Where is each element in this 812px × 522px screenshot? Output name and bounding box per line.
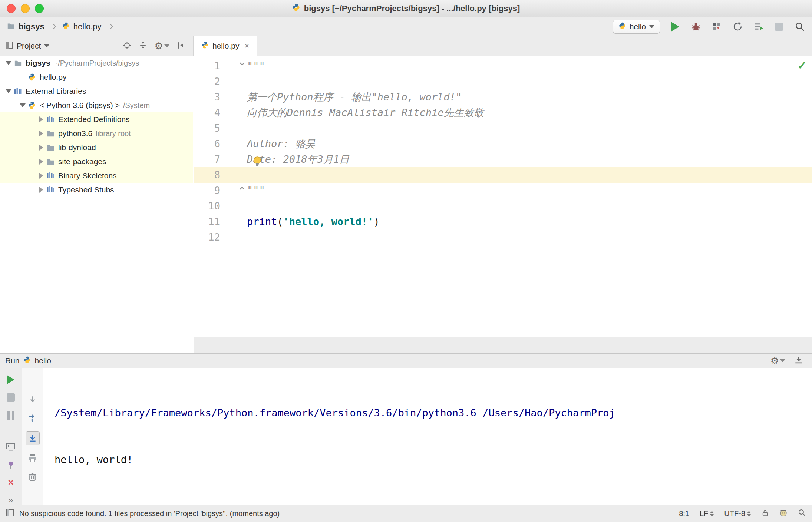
tree-item-lib-dynload[interactable]: lib-dynload: [0, 141, 193, 155]
encoding-widget[interactable]: UTF-8: [724, 509, 751, 518]
code-line[interactable]: 1""": [194, 58, 812, 74]
collapse-all-icon[interactable]: [139, 41, 147, 51]
tree-item-binary-skeletons[interactable]: Binary Skeletons: [0, 169, 193, 183]
tree-item-python-sdk[interactable]: < Python 3.6 (bigsys) > /System: [0, 98, 193, 112]
intention-bulb-icon[interactable]: [251, 155, 263, 169]
run-button[interactable]: [670, 21, 681, 32]
code-line[interactable]: 7Date: 2018年3月1日: [194, 152, 812, 167]
search-everywhere-button[interactable]: [794, 21, 805, 32]
code-line[interactable]: 12: [194, 229, 812, 245]
line-number[interactable]: 12: [194, 229, 228, 245]
profiler-button[interactable]: [732, 21, 743, 32]
inspection-ok-icon[interactable]: [798, 59, 807, 72]
tree-item-label: External Libraries: [26, 87, 86, 96]
fold-marker-icon[interactable]: [238, 184, 246, 192]
settings-gear-icon[interactable]: [155, 41, 169, 51]
code-line[interactable]: 10: [194, 198, 812, 214]
settings-gear-icon[interactable]: [770, 356, 785, 366]
tree-item-extended-definitions[interactable]: Extended Definitions: [0, 112, 193, 126]
code-line[interactable]: 9""": [194, 183, 812, 198]
line-number[interactable]: 4: [194, 105, 228, 120]
hide-toolwindow-icon[interactable]: [794, 356, 803, 366]
write-access-lock-icon[interactable]: [761, 509, 769, 519]
chevron-down-icon[interactable]: [4, 61, 13, 65]
run-configuration-select[interactable]: hello: [613, 20, 660, 34]
tree-item-hello-py[interactable]: hello.py: [0, 70, 193, 84]
debug-button[interactable]: [690, 21, 702, 32]
chevron-down-icon[interactable]: [4, 89, 13, 93]
code-line[interactable]: 6Author: 骆昊: [194, 136, 812, 152]
caret-position-widget[interactable]: 8:1: [679, 509, 689, 518]
down-stack-icon[interactable]: [27, 394, 38, 405]
titlebar[interactable]: bigsys [~/PycharmProjects/bigsys] - .../…: [0, 0, 812, 17]
line-number[interactable]: 8: [194, 167, 228, 183]
tree-item-project-root[interactable]: bigsys ~/PycharmProjects/bigsys: [0, 56, 193, 70]
pin-icon[interactable]: [5, 460, 16, 469]
line-number[interactable]: 7: [194, 152, 228, 167]
status-message[interactable]: No suspicious code found. 1 files proces…: [19, 509, 280, 518]
line-number[interactable]: 1: [194, 58, 228, 74]
code-line[interactable]: 2: [194, 74, 812, 89]
print-icon[interactable]: [27, 453, 38, 464]
locate-file-icon[interactable]: [123, 41, 131, 51]
concurrency-diagram-button[interactable]: [753, 21, 764, 32]
chevron-right-icon[interactable]: [36, 159, 46, 165]
code-line[interactable]: 4向伟大的Dennis MacAlistair Ritchie先生致敬: [194, 105, 812, 120]
pause-output-button[interactable]: [5, 410, 16, 420]
close-toolwindow-button[interactable]: [5, 478, 16, 487]
chevron-right-icon[interactable]: [36, 116, 46, 122]
restore-layout-icon[interactable]: [27, 413, 38, 424]
rerun-button[interactable]: [5, 375, 16, 384]
line-number[interactable]: 9: [194, 183, 228, 198]
string-literal: 'hello, world!': [283, 216, 374, 227]
line-number[interactable]: 5: [194, 120, 228, 136]
code-line[interactable]: 3第一个Python程序 - 输出"hello, world!": [194, 89, 812, 105]
close-tab-icon[interactable]: [244, 41, 249, 51]
fold-marker-icon[interactable]: [238, 60, 246, 68]
stop-button[interactable]: [773, 21, 785, 32]
show-console-icon[interactable]: [5, 442, 16, 452]
run-toolwindow-header[interactable]: Run hello: [0, 353, 812, 368]
editor-horizontal-scrollbar[interactable]: [194, 337, 812, 353]
line-number[interactable]: 6: [194, 136, 228, 152]
chevron-right-icon[interactable]: [36, 130, 46, 136]
chevron-right-icon[interactable]: [36, 187, 46, 193]
run-with-coverage-button[interactable]: [711, 21, 722, 32]
line-number[interactable]: 10: [194, 198, 228, 214]
tree-item-python36-root[interactable]: python3.6 library root: [0, 126, 193, 141]
line-number[interactable]: 3: [194, 89, 228, 105]
tree-item-typeshed-stubs[interactable]: Typeshed Stubs: [0, 183, 193, 197]
toolwindow-toggle-icon[interactable]: [6, 509, 14, 519]
toolbar-overflow-icon[interactable]: [5, 495, 16, 505]
code-editor[interactable]: 1""" 2 3第一个Python程序 - 输出"hello, world!" …: [194, 56, 812, 337]
current-code-line[interactable]: 8: [194, 167, 812, 183]
run-console-output[interactable]: /System/Library/Frameworks/Python.framew…: [43, 368, 812, 505]
statusbar-widgets: 8:1 LF UTF-8: [679, 509, 806, 519]
minimize-window-button[interactable]: [21, 4, 30, 13]
line-number[interactable]: 11: [194, 214, 228, 229]
code-line[interactable]: 5: [194, 120, 812, 136]
close-window-button[interactable]: [7, 4, 16, 13]
chevron-down-icon[interactable]: [44, 44, 49, 47]
breadcrumb-file[interactable]: hello.py: [73, 22, 102, 32]
search-icon[interactable]: [798, 509, 806, 519]
clear-console-trash-icon[interactable]: [27, 471, 38, 482]
chevron-right-icon[interactable]: [36, 173, 46, 179]
run-tab-label[interactable]: hello: [35, 356, 51, 365]
line-separator-widget[interactable]: LF: [700, 509, 714, 518]
line-number[interactable]: 2: [194, 74, 228, 89]
scroll-to-end-button[interactable]: [26, 431, 40, 445]
hide-panel-icon[interactable]: [177, 41, 185, 51]
zoom-window-button[interactable]: [35, 4, 44, 13]
tree-item-external-libraries[interactable]: External Libraries: [0, 84, 193, 98]
project-tree[interactable]: bigsys ~/PycharmProjects/bigsys hello.py…: [0, 56, 193, 353]
project-panel-title[interactable]: Project: [17, 42, 41, 50]
chevron-right-icon[interactable]: [36, 145, 46, 151]
code-line[interactable]: 11print('hello, world!'): [194, 214, 812, 229]
tab-hello-py[interactable]: hello.py: [193, 36, 257, 56]
breadcrumb-project[interactable]: bigsys: [19, 22, 44, 32]
chevron-down-icon[interactable]: [18, 103, 27, 107]
stop-button[interactable]: [5, 393, 16, 402]
tree-item-site-packages[interactable]: site-packages: [0, 155, 193, 169]
hector-inspections-icon[interactable]: [779, 509, 788, 519]
